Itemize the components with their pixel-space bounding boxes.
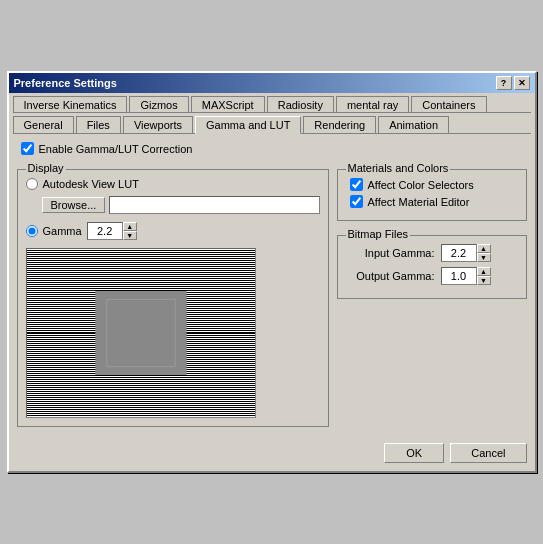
output-gamma-label: Output Gamma: bbox=[350, 270, 435, 282]
gamma-spinner-buttons: ▲ ▼ bbox=[123, 222, 137, 240]
gamma-radio[interactable] bbox=[26, 225, 38, 237]
input-gamma-label: Input Gamma: bbox=[350, 247, 435, 259]
ok-button[interactable]: OK bbox=[384, 443, 444, 463]
output-gamma-up[interactable]: ▲ bbox=[477, 267, 491, 276]
affect-material-editor-row: Affect Material Editor bbox=[350, 195, 514, 208]
tab-gamma-lut[interactable]: Gamma and LUT bbox=[195, 116, 301, 134]
gamma-value-input[interactable] bbox=[87, 222, 123, 240]
window-title: Preference Settings bbox=[14, 77, 117, 89]
input-gamma-spinner-buttons: ▲ ▼ bbox=[477, 244, 491, 262]
tab-mental-ray[interactable]: mental ray bbox=[336, 96, 409, 113]
affect-material-editor-label: Affect Material Editor bbox=[368, 196, 470, 208]
input-gamma-up[interactable]: ▲ bbox=[477, 244, 491, 253]
tab-files[interactable]: Files bbox=[76, 116, 121, 134]
help-button[interactable]: ? bbox=[496, 76, 512, 90]
gamma-preview bbox=[26, 248, 256, 418]
input-gamma-row: Input Gamma: ▲ ▼ bbox=[350, 244, 514, 262]
tab-rendering[interactable]: Rendering bbox=[303, 116, 376, 134]
browse-field[interactable] bbox=[109, 196, 319, 214]
content-area: Enable Gamma/LUT Correction Display Auto… bbox=[9, 134, 535, 435]
tab-animation[interactable]: Animation bbox=[378, 116, 449, 134]
affect-color-selectors-label: Affect Color Selectors bbox=[368, 179, 474, 191]
tabs-row2: General Files Viewports Gamma and LUT Re… bbox=[9, 113, 535, 133]
tab-radiosity[interactable]: Radiosity bbox=[267, 96, 334, 113]
tab-gizmos[interactable]: Gizmos bbox=[129, 96, 188, 113]
tab-maxscript[interactable]: MAXScript bbox=[191, 96, 265, 113]
enable-gamma-checkbox[interactable] bbox=[21, 142, 34, 155]
display-group-label: Display bbox=[26, 162, 66, 174]
output-gamma-down[interactable]: ▼ bbox=[477, 276, 491, 285]
bitmap-files-group: Bitmap Files Input Gamma: ▲ ▼ Output G bbox=[337, 235, 527, 299]
browse-row: Browse... bbox=[26, 196, 320, 214]
tabs-row1: Inverse Kinematics Gizmos MAXScript Radi… bbox=[9, 93, 535, 112]
tab-viewports[interactable]: Viewports bbox=[123, 116, 193, 134]
bitmap-group-label: Bitmap Files bbox=[346, 228, 411, 240]
tab-containers[interactable]: Containers bbox=[411, 96, 486, 113]
gamma-label: Gamma bbox=[43, 225, 82, 237]
autodesk-lut-label: Autodesk View LUT bbox=[43, 178, 139, 190]
autodesk-lut-row: Autodesk View LUT bbox=[26, 178, 320, 190]
gamma-spinner: ▲ ▼ bbox=[87, 222, 137, 240]
title-bar-buttons: ? ✕ bbox=[496, 76, 530, 90]
gamma-down-button[interactable]: ▼ bbox=[123, 231, 137, 240]
materials-colors-group: Materials and Colors Affect Color Select… bbox=[337, 169, 527, 221]
enable-gamma-label: Enable Gamma/LUT Correction bbox=[39, 143, 193, 155]
gamma-up-button[interactable]: ▲ bbox=[123, 222, 137, 231]
cancel-button[interactable]: Cancel bbox=[450, 443, 526, 463]
title-bar: Preference Settings ? ✕ bbox=[9, 73, 535, 93]
svg-rect-6 bbox=[95, 291, 186, 375]
input-gamma-down[interactable]: ▼ bbox=[477, 253, 491, 262]
input-gamma-spinner: ▲ ▼ bbox=[441, 244, 491, 262]
bottom-bar: OK Cancel bbox=[9, 435, 535, 471]
close-button[interactable]: ✕ bbox=[514, 76, 530, 90]
right-panel: Materials and Colors Affect Color Select… bbox=[337, 163, 527, 427]
input-gamma-input[interactable] bbox=[441, 244, 477, 262]
left-panel: Display Autodesk View LUT Browse... bbox=[17, 163, 329, 427]
affect-material-editor-checkbox[interactable] bbox=[350, 195, 363, 208]
output-gamma-row: Output Gamma: ▲ ▼ bbox=[350, 267, 514, 285]
enable-gamma-row: Enable Gamma/LUT Correction bbox=[17, 142, 527, 155]
autodesk-lut-radio[interactable] bbox=[26, 178, 38, 190]
materials-group-label: Materials and Colors bbox=[346, 162, 451, 174]
tab-inverse-kinematics[interactable]: Inverse Kinematics bbox=[13, 96, 128, 113]
tab-general[interactable]: General bbox=[13, 116, 74, 134]
main-panels: Display Autodesk View LUT Browse... bbox=[17, 163, 527, 427]
affect-color-selectors-row: Affect Color Selectors bbox=[350, 178, 514, 191]
output-gamma-spinner: ▲ ▼ bbox=[441, 267, 491, 285]
gamma-row: Gamma ▲ ▼ bbox=[26, 222, 320, 240]
output-gamma-spinner-buttons: ▲ ▼ bbox=[477, 267, 491, 285]
display-group: Display Autodesk View LUT Browse... bbox=[17, 169, 329, 427]
browse-button[interactable]: Browse... bbox=[42, 197, 106, 213]
output-gamma-input[interactable] bbox=[441, 267, 477, 285]
affect-color-selectors-checkbox[interactable] bbox=[350, 178, 363, 191]
preference-settings-window: Preference Settings ? ✕ Inverse Kinemati… bbox=[7, 71, 537, 473]
